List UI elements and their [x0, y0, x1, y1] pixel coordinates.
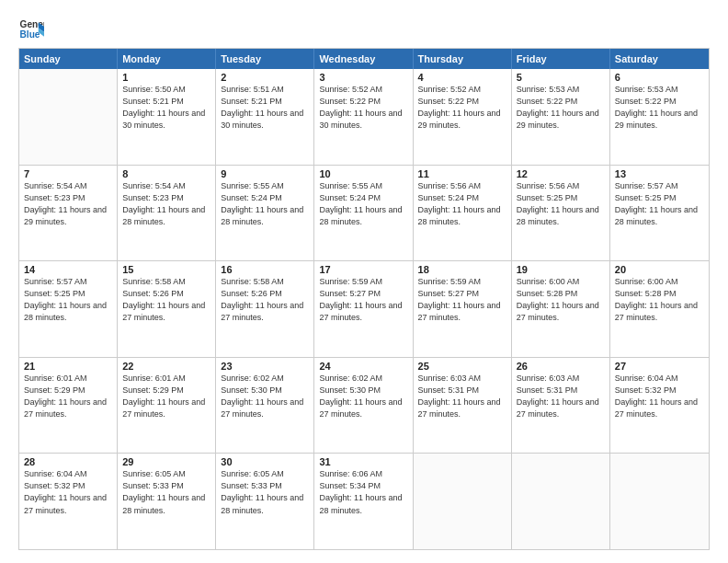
daylight-text: Daylight: 11 hours and 27 minutes. [319, 396, 407, 420]
calendar-day-24: 24Sunrise: 6:02 AMSunset: 5:30 PMDayligh… [314, 358, 413, 454]
day-number: 13 [615, 168, 704, 179]
calendar-week-5: 28Sunrise: 6:04 AMSunset: 5:32 PMDayligh… [19, 453, 709, 549]
sunset-text: Sunset: 5:26 PM [122, 288, 210, 300]
calendar-day-19: 19Sunrise: 6:00 AMSunset: 5:28 PMDayligh… [512, 261, 610, 357]
daylight-text: Daylight: 11 hours and 27 minutes. [418, 396, 506, 420]
calendar-day-11: 11Sunrise: 5:56 AMSunset: 5:24 PMDayligh… [414, 166, 512, 261]
sunrise-text: Sunrise: 5:55 AM [319, 180, 407, 192]
header-day-saturday: Saturday [610, 49, 709, 69]
calendar-day-30: 30Sunrise: 6:05 AMSunset: 5:33 PMDayligh… [216, 454, 314, 549]
sunset-text: Sunset: 5:26 PM [221, 288, 309, 300]
daylight-text: Daylight: 11 hours and 28 minutes. [418, 204, 506, 228]
sunset-text: Sunset: 5:24 PM [221, 192, 309, 204]
calendar-header-row: SundayMondayTuesdayWednesdayThursdayFrid… [19, 49, 709, 69]
sunrise-text: Sunrise: 5:54 AM [122, 180, 210, 192]
daylight-text: Daylight: 11 hours and 27 minutes. [615, 300, 704, 324]
calendar-empty-cell [512, 454, 610, 549]
daylight-text: Daylight: 11 hours and 28 minutes. [517, 204, 605, 228]
calendar-day-2: 2Sunrise: 5:51 AMSunset: 5:21 PMDaylight… [216, 69, 314, 165]
sunset-text: Sunset: 5:30 PM [319, 385, 407, 396]
day-number: 10 [319, 168, 407, 179]
day-number: 7 [24, 168, 112, 179]
calendar: SundayMondayTuesdayWednesdayThursdayFrid… [18, 48, 710, 550]
calendar-day-14: 14Sunrise: 5:57 AMSunset: 5:25 PMDayligh… [19, 261, 118, 357]
calendar-week-4: 21Sunrise: 6:01 AMSunset: 5:29 PMDayligh… [19, 357, 709, 454]
calendar-day-23: 23Sunrise: 6:02 AMSunset: 5:30 PMDayligh… [216, 358, 314, 454]
sunset-text: Sunset: 5:25 PM [517, 192, 605, 204]
sunrise-text: Sunrise: 5:57 AM [615, 180, 704, 192]
day-number: 6 [615, 72, 704, 83]
calendar-day-28: 28Sunrise: 6:04 AMSunset: 5:32 PMDayligh… [19, 454, 118, 549]
calendar-day-10: 10Sunrise: 5:55 AMSunset: 5:24 PMDayligh… [314, 166, 413, 261]
calendar-empty-cell [414, 454, 512, 549]
header-day-wednesday: Wednesday [314, 49, 413, 69]
sunrise-text: Sunrise: 6:00 AM [517, 276, 605, 288]
sunrise-text: Sunrise: 6:06 AM [319, 468, 407, 480]
calendar-week-1: 1Sunrise: 5:50 AMSunset: 5:21 PMDaylight… [19, 69, 709, 165]
day-number: 5 [517, 72, 605, 83]
sunrise-text: Sunrise: 5:51 AM [221, 84, 309, 96]
sunset-text: Sunset: 5:31 PM [517, 385, 605, 396]
sunrise-text: Sunrise: 5:58 AM [221, 276, 309, 288]
sunset-text: Sunset: 5:32 PM [615, 385, 704, 396]
daylight-text: Daylight: 11 hours and 28 minutes. [221, 492, 309, 516]
header-day-monday: Monday [118, 49, 216, 69]
sunset-text: Sunset: 5:29 PM [24, 385, 112, 396]
sunrise-text: Sunrise: 6:00 AM [615, 276, 704, 288]
header: General Blue [18, 17, 710, 42]
calendar-week-3: 14Sunrise: 5:57 AMSunset: 5:25 PMDayligh… [19, 260, 709, 357]
day-number: 3 [319, 72, 407, 83]
sunrise-text: Sunrise: 6:01 AM [24, 373, 112, 385]
daylight-text: Daylight: 11 hours and 27 minutes. [517, 300, 605, 324]
calendar-day-1: 1Sunrise: 5:50 AMSunset: 5:21 PMDaylight… [118, 69, 216, 165]
calendar-day-16: 16Sunrise: 5:58 AMSunset: 5:26 PMDayligh… [216, 261, 314, 357]
sunrise-text: Sunrise: 5:53 AM [517, 84, 605, 96]
day-number: 28 [24, 456, 112, 467]
day-number: 25 [418, 361, 506, 372]
day-number: 2 [221, 72, 309, 83]
page: General Blue SundayMondayTuesdayWednesda… [0, 0, 728, 563]
day-number: 4 [418, 72, 506, 83]
daylight-text: Daylight: 11 hours and 27 minutes. [221, 300, 309, 324]
sunset-text: Sunset: 5:24 PM [418, 192, 506, 204]
header-day-tuesday: Tuesday [216, 49, 314, 69]
sunrise-text: Sunrise: 5:59 AM [418, 276, 506, 288]
calendar-day-5: 5Sunrise: 5:53 AMSunset: 5:22 PMDaylight… [512, 69, 610, 165]
daylight-text: Daylight: 11 hours and 28 minutes. [122, 204, 210, 228]
header-day-sunday: Sunday [19, 49, 118, 69]
daylight-text: Daylight: 11 hours and 28 minutes. [319, 492, 407, 516]
sunrise-text: Sunrise: 5:59 AM [319, 276, 407, 288]
sunset-text: Sunset: 5:31 PM [418, 385, 506, 396]
svg-text:Blue: Blue [20, 29, 40, 40]
calendar-empty-cell [610, 454, 709, 549]
calendar-week-2: 7Sunrise: 5:54 AMSunset: 5:23 PMDaylight… [19, 165, 709, 261]
calendar-empty-cell [19, 69, 118, 165]
header-day-thursday: Thursday [414, 49, 512, 69]
header-day-friday: Friday [512, 49, 610, 69]
daylight-text: Daylight: 11 hours and 28 minutes. [221, 204, 309, 228]
sunset-text: Sunset: 5:23 PM [122, 192, 210, 204]
day-number: 23 [221, 361, 309, 372]
day-number: 17 [319, 264, 407, 275]
calendar-day-29: 29Sunrise: 6:05 AMSunset: 5:33 PMDayligh… [118, 454, 216, 549]
calendar-day-12: 12Sunrise: 5:56 AMSunset: 5:25 PMDayligh… [512, 166, 610, 261]
sunrise-text: Sunrise: 5:56 AM [517, 180, 605, 192]
calendar-day-20: 20Sunrise: 6:00 AMSunset: 5:28 PMDayligh… [610, 261, 709, 357]
daylight-text: Daylight: 11 hours and 29 minutes. [615, 108, 704, 132]
day-number: 9 [221, 168, 309, 179]
sunrise-text: Sunrise: 6:02 AM [319, 373, 407, 385]
sunrise-text: Sunrise: 5:58 AM [122, 276, 210, 288]
calendar-body: 1Sunrise: 5:50 AMSunset: 5:21 PMDaylight… [19, 69, 709, 549]
daylight-text: Daylight: 11 hours and 27 minutes. [418, 300, 506, 324]
sunrise-text: Sunrise: 6:01 AM [122, 373, 210, 385]
day-number: 29 [122, 456, 210, 467]
logo-icon: General Blue [18, 17, 44, 42]
sunset-text: Sunset: 5:33 PM [122, 480, 210, 492]
calendar-day-13: 13Sunrise: 5:57 AMSunset: 5:25 PMDayligh… [610, 166, 709, 261]
calendar-day-18: 18Sunrise: 5:59 AMSunset: 5:27 PMDayligh… [414, 261, 512, 357]
sunset-text: Sunset: 5:25 PM [615, 192, 704, 204]
sunset-text: Sunset: 5:21 PM [221, 96, 309, 108]
day-number: 24 [319, 361, 407, 372]
calendar-day-4: 4Sunrise: 5:52 AMSunset: 5:22 PMDaylight… [414, 69, 512, 165]
calendar-day-21: 21Sunrise: 6:01 AMSunset: 5:29 PMDayligh… [19, 358, 118, 454]
